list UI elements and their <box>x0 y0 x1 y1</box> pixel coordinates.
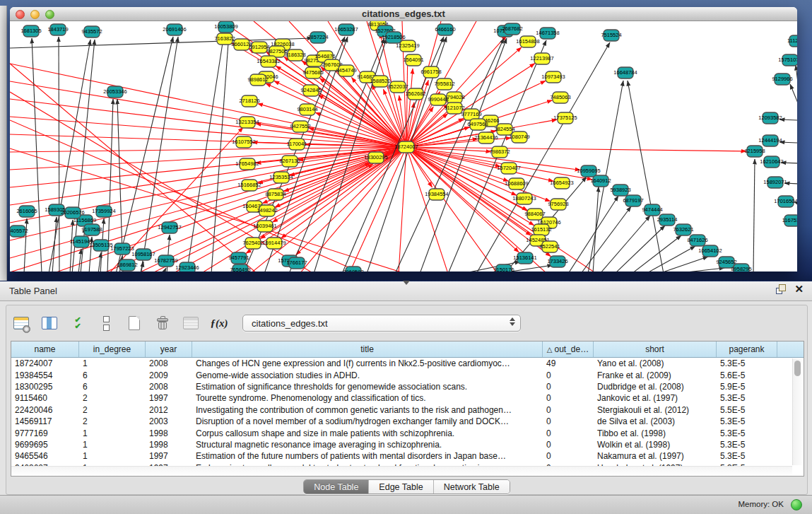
column-header-short[interactable]: short <box>594 341 717 357</box>
clear-selection-button[interactable] <box>95 312 117 334</box>
graph-node-label: 15166852 <box>237 182 261 188</box>
graph-node-label: 1562682 <box>405 90 425 97</box>
delete-table-button-disabled <box>180 312 201 334</box>
graph-node-label: 16154808 <box>516 38 539 45</box>
column-header-pagerank[interactable]: pagerank <box>717 341 777 357</box>
table-header-row: namein_degreeyeartitle△out_de…shortpager… <box>11 341 804 358</box>
graph-node-label: 12325419 <box>396 42 419 49</box>
graph-node-label: 9457791 <box>228 255 249 261</box>
graph-node-label: 10688609 <box>505 180 528 187</box>
table-settings-button[interactable] <box>11 312 32 334</box>
splitter-handle-icon[interactable] <box>403 281 410 285</box>
network-table-selector[interactable]: citations_edges.txt <box>242 315 521 332</box>
graph-node-label: 8958295 <box>731 266 751 271</box>
graph-node-label: 2687682 <box>502 25 522 32</box>
graph-node-label: 10653287 <box>334 26 358 33</box>
close-panel-icon[interactable]: ✕ <box>794 284 804 294</box>
column-header-in_degree[interactable]: in_degree <box>79 341 146 357</box>
vertical-scrollbar[interactable] <box>792 358 803 465</box>
graph-edge <box>10 147 406 205</box>
table-row[interactable]: 2242004622012Investigating the contribut… <box>11 404 792 416</box>
function-builder-button[interactable]: ƒ(x) <box>208 312 230 334</box>
graph-node-label: 8267130 <box>279 158 300 164</box>
network-desktop: citations_edges.txt 18724007183002951938… <box>0 0 812 282</box>
graph-edge <box>52 217 57 271</box>
column-header-label: in_degree <box>93 344 131 354</box>
table-toolbar: ✔✔ ƒ(x) citations_edges.txt <box>11 310 521 337</box>
select-all-button[interactable]: ✔✔ <box>67 312 88 334</box>
graph-node-label: 1564091 <box>403 57 423 63</box>
table-cell: Investigating the contribution of common… <box>192 405 543 415</box>
create-column-button[interactable] <box>124 312 145 334</box>
graph-edge <box>406 147 519 252</box>
delete-column-button[interactable] <box>152 312 173 334</box>
graph-node-label: 16210643 <box>760 158 783 165</box>
float-panel-icon[interactable] <box>776 284 786 294</box>
column-header-label: short <box>645 344 664 354</box>
table-panel: Table Panel ✕ ✔✔ <box>0 281 812 514</box>
table-cell: Changes of HCN gene expression and I(f) … <box>192 358 543 368</box>
table-cell: 1 <box>79 358 146 368</box>
graph-edge <box>600 216 650 271</box>
graph-edge <box>632 235 681 271</box>
table-cell: 1 <box>79 451 146 461</box>
table-cell: 2 <box>79 416 146 426</box>
graph-edge <box>674 268 724 271</box>
table-row[interactable]: 969969511998Structural magnetic resonanc… <box>11 439 792 450</box>
graph-node-label: 2060582 <box>343 269 363 271</box>
table-cell: 5.3E-5 <box>717 393 777 403</box>
network-canvas[interactable]: 1872400718300295193845541321335416107552… <box>10 21 797 271</box>
scrollbar-thumb[interactable] <box>794 361 801 376</box>
column-header-label: name <box>34 344 55 354</box>
graph-node-label: 17654982 <box>235 160 259 167</box>
tab-edge-table[interactable]: Edge Table <box>369 480 433 493</box>
table-row[interactable]: 1830029562008Estimation of significance … <box>11 381 792 392</box>
table-delete-icon <box>183 317 199 329</box>
table-cell: Disruption of a novel member of a sodium… <box>192 416 543 426</box>
table-row[interactable]: 1938455462009Genome-wide association stu… <box>11 369 792 380</box>
graph-node-label: 12093582 <box>758 115 782 121</box>
graph-node-label: 20053346 <box>103 88 126 95</box>
tab-network-table[interactable]: Network Table <box>434 480 510 493</box>
graph-node-label: 7625402 <box>242 240 263 246</box>
graph-node-label: 10654102 <box>698 247 722 254</box>
graph-node-label: 15720407 <box>497 165 520 171</box>
table-row[interactable]: 911546021997Tourette syndrome. Phenomeno… <box>11 392 792 404</box>
table-row[interactable]: 946554611997Estimation of the future num… <box>11 450 792 462</box>
horizontal-scrollbar[interactable] <box>11 466 792 476</box>
table-cell: 1997 <box>146 451 192 461</box>
citation-network-graph[interactable]: 1872400718300295193845541321335416107552… <box>10 21 797 271</box>
node-table: namein_degreeyeartitle△out_de…shortpager… <box>11 341 804 477</box>
table-cell: 0 <box>543 451 594 461</box>
network-window-titlebar[interactable]: citations_edges.txt <box>10 7 797 21</box>
column-header-out_de[interactable]: △out_de… <box>543 341 594 357</box>
graph-node-label: 6466160 <box>435 26 455 33</box>
graph-edge <box>659 257 708 271</box>
table-cell: Dudbridge et al. (2008) <box>594 382 717 392</box>
table-row[interactable]: 977716911998Corpus callosum shape and si… <box>11 427 792 438</box>
graph-node-label: 6961758 <box>420 69 441 75</box>
graph-node-label: 16782759 <box>154 257 177 264</box>
graph-node-label: 8522541 <box>539 243 560 250</box>
table-row[interactable]: 1456911722003Disruption of a novel membe… <box>11 416 792 427</box>
table-row[interactable]: 1872400712008Changes of HCN gene express… <box>11 358 792 369</box>
graph-node-label: 1766177 <box>286 259 307 266</box>
table-cell: 2009 <box>146 370 192 380</box>
column-header-name[interactable]: name <box>11 341 79 357</box>
graph-node-label: 15136141 <box>513 255 536 261</box>
column-header-year[interactable]: year <box>146 341 192 357</box>
graph-node-label: 3824554 <box>494 126 514 132</box>
tab-node-table[interactable]: Node Table <box>304 480 369 493</box>
graph-edge <box>753 159 755 271</box>
graph-node-label: 9990448 <box>428 96 448 103</box>
column-header-title[interactable]: title <box>192 341 543 357</box>
graph-node-label: 7515524 <box>601 32 621 38</box>
graph-node-label: 1681305 <box>20 28 41 34</box>
graph-edge <box>615 226 665 271</box>
table-cell: 6 <box>79 370 146 380</box>
graph-node-label: 18807243 <box>512 195 536 201</box>
graph-node-label: 12213987 <box>530 55 553 62</box>
graph-edge <box>70 220 73 271</box>
show-columns-button[interactable] <box>39 312 60 334</box>
graph-node-label: 7955812 <box>434 81 454 87</box>
